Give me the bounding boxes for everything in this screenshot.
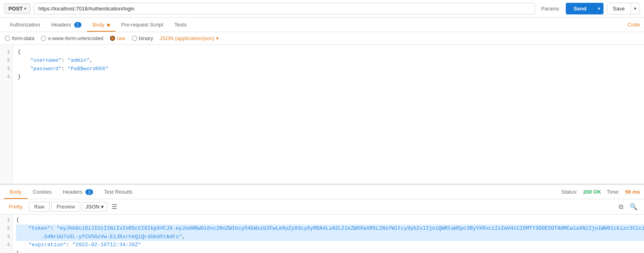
response-section: Body Cookies Headers 3 Test Results Stat… xyxy=(0,185,644,253)
headers-badge: 1 xyxy=(74,22,81,28)
json-type-dropdown[interactable]: JSON (application/json) ▾ xyxy=(160,35,219,41)
time-value: 59 ms xyxy=(625,189,640,195)
send-button[interactable]: Send xyxy=(566,3,595,14)
view-selector-row: Pretty Raw Preview JSON ▾ ☰ ⧉ 🔍 xyxy=(0,199,644,215)
tab-body[interactable]: Body xyxy=(87,18,115,32)
request-tabs: Authorization Headers 1 Body Pre-request… xyxy=(0,18,644,32)
tab-authorization[interactable]: Authorization xyxy=(4,18,46,32)
resp-line-3: "expiration": "2022-02-16T12:34:26Z" xyxy=(16,241,644,249)
req-line-4: } xyxy=(18,73,639,81)
req-line-2: "username": "admin", xyxy=(18,57,639,65)
send-btn-group: Send ▾ xyxy=(566,3,604,14)
resp-tab-headers[interactable]: Headers 3 xyxy=(57,186,99,199)
search-icon[interactable]: 🔍 xyxy=(627,202,640,211)
url-input[interactable] xyxy=(34,3,535,14)
copy-icon[interactable]: ⧉ xyxy=(616,202,626,211)
req-line-1: { xyxy=(18,48,639,57)
body-type-row: form-data x-www-form-urlencoded raw bina… xyxy=(0,32,644,45)
save-btn-group: Save ▾ xyxy=(607,3,640,14)
method-chevron: ▾ xyxy=(24,6,26,11)
tab-prerequest[interactable]: Pre-request Script xyxy=(115,18,169,32)
resp-line-4: } xyxy=(16,249,644,253)
response-body[interactable]: 1 2 3 4 { "token": "eyJhbGciOiJIUzI1NiIs… xyxy=(0,215,644,253)
resp-headers-badge: 3 xyxy=(85,189,93,195)
request-code-content[interactable]: { "username": "admin", "password": "Pa$$… xyxy=(13,45,644,184)
tab-headers[interactable]: Headers 1 xyxy=(46,18,87,32)
tab-tests[interactable]: Tests xyxy=(169,18,192,32)
chevron-down-icon: ▾ xyxy=(101,204,104,210)
chevron-down-icon: ▾ xyxy=(216,35,219,41)
request-editor[interactable]: 1 2 3 4 { "username": "admin", "password… xyxy=(0,45,644,185)
wrap-icon[interactable]: ☰ xyxy=(109,202,119,211)
send-dropdown-button[interactable]: ▾ xyxy=(594,3,603,14)
request-line-numbers: 1 2 3 4 xyxy=(0,45,13,184)
save-button[interactable]: Save xyxy=(607,3,630,14)
method-dropdown[interactable]: POST ▾ xyxy=(4,3,30,14)
params-button[interactable]: Params xyxy=(538,4,563,14)
response-status-area: Status: 200 OK Time: 59 ms xyxy=(561,189,640,195)
radio-urlencoded[interactable]: x-www-form-urlencoded xyxy=(41,35,103,41)
response-tabs-row: Body Cookies Headers 3 Test Results Stat… xyxy=(0,185,644,199)
status-value: 200 OK xyxy=(583,189,601,195)
resp-line-numbers: 1 2 3 4 xyxy=(0,215,13,253)
resp-tab-body[interactable]: Body xyxy=(4,186,27,199)
toolbar: POST ▾ Params Send ▾ Save ▾ xyxy=(0,0,644,18)
req-line-3: "password": "Pa$$word666" xyxy=(18,65,639,73)
preview-button[interactable]: Preview xyxy=(51,202,80,212)
code-link[interactable]: Code xyxy=(628,22,640,28)
editor-section: 1 2 3 4 { "username": "admin", "password… xyxy=(0,45,644,253)
resp-tab-cookies[interactable]: Cookies xyxy=(27,186,57,199)
json-format-dropdown[interactable]: JSON ▾ xyxy=(82,202,107,211)
resp-line-1: { xyxy=(16,216,644,225)
radio-form-data[interactable]: form-data xyxy=(5,35,34,41)
save-dropdown-button[interactable]: ▾ xyxy=(630,3,640,14)
status-label: Status: xyxy=(561,189,577,195)
method-label: POST xyxy=(8,6,22,12)
raw-button[interactable]: Raw xyxy=(29,202,50,212)
body-dot xyxy=(107,24,110,26)
radio-binary[interactable]: binary xyxy=(132,35,153,41)
time-label: Time: xyxy=(607,189,620,195)
resp-code-content: { "token": "eyJhbGciOiJIUzI1NiIsInR5cCI6… xyxy=(13,215,644,253)
resp-line-2: "token": "eyJhbGciOiJIUzI1NiIsInR5cCI6Ik… xyxy=(16,225,644,241)
resp-tab-testresults[interactable]: Test Results xyxy=(99,186,138,199)
radio-raw[interactable]: raw xyxy=(110,35,126,41)
pretty-button[interactable]: Pretty xyxy=(4,202,27,211)
